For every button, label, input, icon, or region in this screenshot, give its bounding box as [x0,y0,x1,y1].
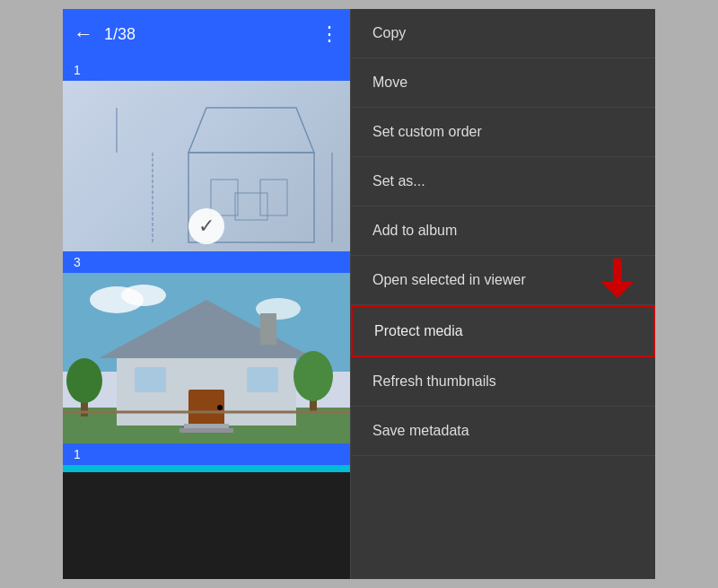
file-list: 1 [63,59,350,579]
thumbnail-blueprint[interactable]: ✓ [63,81,350,251]
menu-item-set-as[interactable]: Set as... [351,157,655,206]
file-number-1b: 1 [63,443,350,465]
menu-item-copy[interactable]: Copy [351,9,655,58]
page-counter: 1/38 [104,25,309,44]
svg-point-18 [217,405,223,410]
back-button[interactable]: ← [74,22,93,46]
file-number-1: 1 [63,59,350,81]
app-container: ← 1/38 ⋮ 1 [63,9,655,579]
header-bar: ← 1/38 ⋮ [63,9,350,59]
menu-item-refresh-thumbnails[interactable]: Refresh thumbnails [351,357,655,407]
svg-point-11 [121,285,166,306]
menu-button[interactable]: ⋮ [320,22,339,46]
thumbnail-photo[interactable] [63,273,350,443]
svg-rect-19 [135,367,166,392]
menu-item-open-selected[interactable]: Open selected in viewer [351,256,655,305]
svg-marker-29 [601,282,634,298]
file-number-3: 3 [63,251,350,273]
menu-item-move[interactable]: Move [351,58,655,108]
left-panel: ← 1/38 ⋮ 1 [63,9,350,579]
svg-rect-3 [260,180,287,215]
menu-item-add-to-album[interactable]: Add to album [351,206,655,256]
svg-rect-22 [180,428,233,433]
red-arrow-icon [601,259,634,302]
svg-point-24 [66,358,102,403]
blueprint-image: ✓ [63,81,350,251]
context-menu: Copy Move Set custom order Set as... Add… [350,9,655,579]
svg-rect-28 [613,259,622,282]
svg-rect-16 [260,313,276,345]
svg-marker-0 [188,108,314,153]
house-photo-svg [63,273,350,443]
svg-point-26 [293,351,333,401]
selected-checkmark: ✓ [188,208,224,244]
menu-item-protect-media[interactable]: Protect media [351,305,655,357]
cyan-indicator [63,465,350,472]
menu-item-save-metadata[interactable]: Save metadata [351,407,655,456]
menu-item-set-custom-order[interactable]: Set custom order [351,108,655,157]
svg-rect-20 [247,367,278,392]
